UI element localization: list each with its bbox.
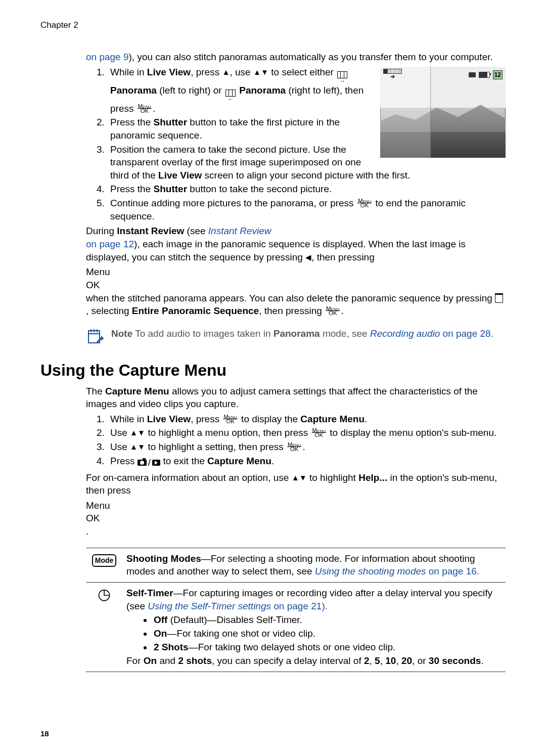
note-label: Note [111,328,132,339]
cell-mode-icon: Mode [86,548,122,582]
link-self-timer[interactable]: Using the Self-Timer settings [148,601,271,611]
menu-ok-icon: MenuOK [287,442,301,451]
menu-ok-icon: MenuOK [326,306,340,315]
capture-steps: While in Live View, press MenuOK to disp… [86,413,506,469]
panorama-rtl-icon: ← [225,90,236,102]
cell-timer-icon: ◷ [86,583,122,672]
panorama-ltr-icon: → [337,71,347,84]
self-timer-icon: ◷ [98,586,111,602]
capture-menu-table: Mode Shooting Modes—For selecting a shoo… [86,548,506,672]
up-down-icon: ▲▼ [253,68,268,76]
self-timer-options: Off (Default)—Disables Self-Timer. On—Fo… [126,613,502,653]
chapter-label: Chapter 2 [40,20,506,30]
option-2-shots: 2 Shots—For taking two delayed shots or … [153,641,502,654]
cell-shooting-modes: Shooting Modes—For selecting a shooting … [122,548,506,582]
link-page-28[interactable]: on page 28 [443,328,491,339]
trash-icon [495,293,503,303]
mode-icon: Mode [92,554,117,567]
up-icon: ▲ [222,68,230,76]
step-4: Press the Shutter button to take the sec… [107,183,506,196]
panorama-frames-icon: ➔ [383,69,402,81]
cell-self-timer: Self-Timer—For capturing images or recor… [122,583,506,672]
note-block: Note To add audio to images taken in Pan… [86,327,506,349]
link-page-12[interactable]: on page 12 [86,239,134,249]
option-on: On—For taking one shot or video clip. [153,627,502,640]
menu-ok-icon: MenuOK [312,428,326,437]
menu-ok-icon: MenuOK [223,415,237,423]
shots-remaining: 12 [493,70,503,79]
help-line: For on-camera information about an optio… [86,471,506,497]
cm-step-3: Use ▲▼ to highlight a setting, then pres… [107,440,506,454]
panorama-intro-continuation: on page 9), you can also stitch panorama… [86,51,506,64]
option-off: Off (Default)—Disables Self-Timer. [153,613,502,627]
up-down-icon: ▲▼ [292,473,307,482]
table-row: ◷ Self-Timer—For capturing images or rec… [86,583,506,672]
note-icon [86,327,104,349]
menu-ok-icon: MenuOK [138,104,152,113]
page-number: 18 [40,729,49,738]
step-5: Continue adding more pictures to the pan… [107,197,506,223]
heading-capture-menu: Using the Capture Menu [40,361,506,380]
left-icon: ◀ [305,253,311,261]
panorama-preview-image: ➔ 12 [380,67,506,158]
cm-step-1: While in Live View, press MenuOK to disp… [107,413,506,426]
up-down-icon: ▲▼ [130,442,145,451]
link-page-9[interactable]: on page 9 [86,52,129,62]
link-shooting-modes[interactable]: Using the shooting modes [315,566,426,576]
capture-intro: The Capture Menu allows you to adjust ca… [86,385,506,411]
link-instant-review[interactable]: Instant Review [208,226,271,236]
instant-review-paragraph: During Instant Review (see Instant Revie… [86,225,506,263]
cm-step-4: Press / to exit the Capture Menu. [107,455,506,469]
cm-step-2: Use ▲▼ to highlight a menu option, then … [107,426,506,439]
menu-ok-icon: MenuOK [357,199,372,207]
up-down-icon: ▲▼ [130,428,145,437]
camera-playback-icon: / [138,456,160,469]
link-recording-audio[interactable]: Recording audio [370,328,440,339]
table-row: Mode Shooting Modes—For selecting a shoo… [86,548,506,582]
sd-card-icon [469,72,476,77]
battery-icon [479,72,490,78]
